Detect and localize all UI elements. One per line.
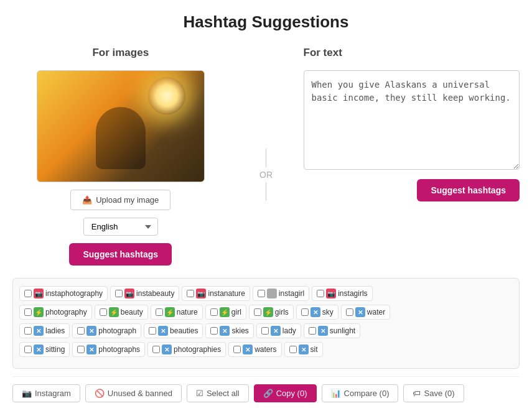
tag-checkbox[interactable]: [156, 308, 163, 316]
tag-label: instaphotography: [45, 289, 103, 298]
list-item[interactable]: instagirl: [253, 286, 309, 301]
tag-checkbox[interactable]: [115, 290, 123, 297]
list-item[interactable]: 📷 instanature: [182, 286, 250, 301]
tag-checkbox[interactable]: [317, 290, 324, 297]
tag-checkbox[interactable]: [254, 308, 261, 316]
blue-icon: ✕: [34, 344, 44, 354]
blue-icon: ✕: [220, 326, 230, 336]
blue-icon: ✕: [318, 326, 328, 336]
tag-label: instabeauty: [136, 289, 174, 298]
tag-checkbox[interactable]: [258, 290, 265, 297]
list-item[interactable]: ✕ photographs: [72, 342, 145, 357]
copy-icon: 🔗: [263, 389, 273, 398]
list-item[interactable]: ✕ beauties: [144, 323, 203, 338]
tag-label: instagirls: [338, 289, 367, 298]
copy-button[interactable]: 🔗 Copy (0): [254, 384, 317, 402]
list-item[interactable]: ✕ lady: [256, 323, 301, 338]
upload-icon: 📤: [82, 195, 92, 205]
tag-checkbox[interactable]: [187, 290, 194, 297]
bottom-toolbar: 📷 Instagram 🚫 Unused & banned ☑ Select a…: [12, 376, 520, 402]
compare-icon: 📊: [331, 389, 341, 398]
tag-checkbox[interactable]: [301, 308, 309, 316]
blue-icon: ✕: [299, 344, 309, 354]
tag-label: sitting: [45, 345, 65, 354]
list-item[interactable]: ✕ skies: [205, 323, 253, 338]
tag-checkbox[interactable]: [210, 308, 218, 316]
instagram-button[interactable]: 📷 Instagram: [12, 384, 80, 402]
tag-label: sit: [310, 345, 318, 354]
blue-icon: ✕: [243, 344, 253, 354]
list-item[interactable]: ✕ sitting: [19, 342, 70, 357]
list-item[interactable]: ⚡ girl: [205, 305, 246, 320]
unused-banned-button[interactable]: 🚫 Unused & banned: [85, 384, 182, 402]
tag-checkbox[interactable]: [24, 308, 32, 316]
tag-checkbox[interactable]: [233, 346, 241, 353]
tag-checkbox[interactable]: [24, 290, 32, 297]
text-section-label: For text: [304, 47, 342, 59]
tag-label: photographs: [98, 345, 140, 354]
list-item[interactable]: ⚡ photography: [19, 305, 92, 320]
tag-checkbox[interactable]: [210, 327, 218, 335]
grey-icon: [267, 289, 277, 298]
blue-icon: ✕: [310, 307, 320, 317]
tag-checkbox[interactable]: [149, 327, 156, 335]
list-item[interactable]: ⚡ girls: [249, 305, 294, 320]
language-select[interactable]: English: [83, 218, 158, 236]
tags-row-2: ⚡ photography ⚡ beauty ⚡ nature ⚡ girl ⚡: [19, 305, 513, 320]
tag-label: sunlight: [330, 326, 355, 335]
tag-label: photographies: [174, 345, 221, 354]
blue-icon: ✕: [86, 326, 96, 336]
save-button[interactable]: 🏷 Save (0): [403, 384, 464, 402]
list-item[interactable]: 📷 instaphotography: [19, 286, 108, 301]
list-item[interactable]: ✕ photograph: [72, 323, 141, 338]
tag-label: water: [367, 308, 385, 317]
tag-label: photograph: [98, 326, 136, 335]
unused-banned-icon: 🚫: [95, 389, 105, 398]
tag-label: beauty: [121, 308, 143, 317]
list-item[interactable]: ✕ water: [341, 305, 390, 320]
tags-row-3: ✕ ladies ✕ photograph ✕ beauties ✕ skies…: [19, 323, 513, 338]
tag-label: lady: [282, 326, 296, 335]
tag-label: instagirl: [279, 289, 304, 298]
instagram-icon: 📷: [22, 389, 32, 398]
green-icon: ⚡: [220, 307, 230, 317]
list-item[interactable]: ✕ waters: [228, 342, 281, 357]
images-section-label: For images: [92, 47, 149, 59]
tag-checkbox[interactable]: [309, 327, 316, 335]
list-item[interactable]: 📷 instagirls: [312, 286, 372, 301]
tag-checkbox[interactable]: [24, 346, 32, 353]
tag-checkbox[interactable]: [100, 308, 107, 316]
image-preview: [37, 70, 205, 182]
list-item[interactable]: ✕ ladies: [19, 323, 70, 338]
tag-checkbox[interactable]: [77, 346, 85, 353]
tag-checkbox[interactable]: [346, 308, 353, 316]
tag-label: nature: [177, 308, 198, 317]
tag-checkbox[interactable]: [152, 346, 160, 353]
suggest-hashtags-image-button[interactable]: Suggest hashtags: [69, 243, 172, 266]
tag-label: instanature: [208, 289, 245, 298]
tag-checkbox[interactable]: [261, 327, 269, 335]
list-item[interactable]: 📷 instabeauty: [110, 286, 179, 301]
list-item[interactable]: ✕ sit: [284, 342, 323, 357]
select-all-button[interactable]: ☑ Select all: [187, 384, 249, 402]
compare-button[interactable]: 📊 Compare (0): [322, 384, 399, 402]
tag-checkbox[interactable]: [77, 327, 85, 335]
tag-label: skies: [231, 326, 248, 335]
text-input[interactable]: When you give Alaskans a universal basic…: [304, 70, 520, 170]
tag-label: waters: [254, 345, 276, 354]
list-item[interactable]: ⚡ beauty: [95, 305, 148, 320]
save-icon: 🏷: [413, 389, 421, 398]
list-item[interactable]: ✕ sunlight: [304, 323, 360, 338]
tag-label: photography: [45, 308, 87, 317]
instagram-icon: 📷: [34, 289, 44, 298]
tag-checkbox[interactable]: [24, 327, 32, 335]
list-item[interactable]: ✕ photographies: [147, 342, 226, 357]
blue-icon: ✕: [86, 344, 96, 354]
suggest-hashtags-text-button[interactable]: Suggest hashtags: [417, 179, 520, 201]
tag-label: girls: [275, 308, 289, 317]
upload-image-button[interactable]: 📤 Upload my image: [70, 190, 170, 210]
tag-checkbox[interactable]: [289, 346, 297, 353]
list-item[interactable]: ⚡ nature: [151, 305, 203, 320]
list-item[interactable]: ✕ sky: [296, 305, 338, 320]
green-icon: ⚡: [34, 307, 44, 317]
